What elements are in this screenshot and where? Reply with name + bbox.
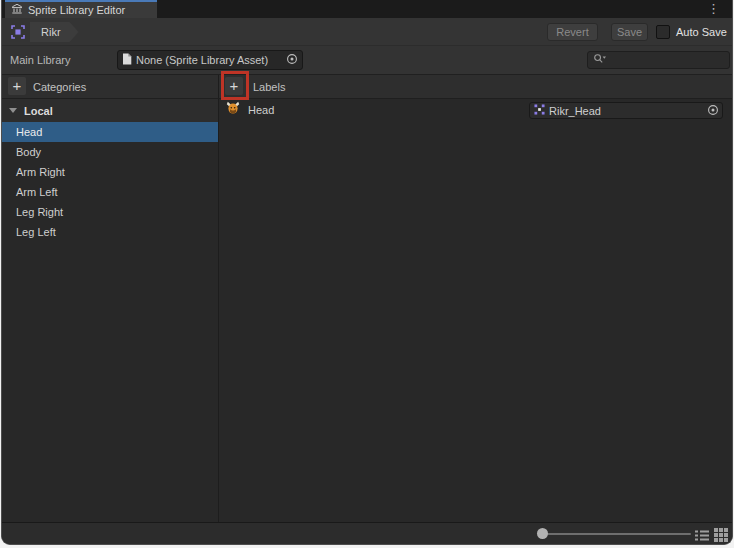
categories-header-section: + Categories <box>2 75 219 98</box>
category-item-arm-left[interactable]: Arm Left <box>2 182 218 202</box>
library-icon <box>11 3 23 17</box>
revert-button[interactable]: Revert <box>547 23 598 41</box>
main-library-object-field[interactable]: None (Sprite Library Asset) <box>117 50 303 70</box>
sprite-library-editor-window: Sprite Library Editor ⋮ Rikr Revert Save… <box>1 0 733 545</box>
main-library-label: Main Library <box>10 54 71 66</box>
footer-bar <box>2 522 732 544</box>
search-field[interactable] <box>587 51 730 69</box>
tab-title: Sprite Library Editor <box>28 4 125 16</box>
add-label-button[interactable]: + <box>225 77 243 95</box>
tab-sprite-library-editor[interactable]: Sprite Library Editor <box>5 0 157 18</box>
auto-save-label: Auto Save <box>676 26 727 38</box>
category-item-head[interactable]: Head <box>2 122 218 142</box>
grid-view-icon[interactable] <box>714 528 728 545</box>
category-item-arm-right[interactable]: Arm Right <box>2 162 218 182</box>
main-library-row: Main Library None (Sprite Library Asset) <box>2 46 732 74</box>
kebab-menu-icon[interactable]: ⋮ <box>707 1 720 17</box>
categories-panel: Local Head Body Arm Right Arm Left Leg R… <box>2 99 219 522</box>
category-item-leg-right[interactable]: Leg Right <box>2 202 218 222</box>
local-foldout-label: Local <box>24 105 53 117</box>
zoom-slider-track[interactable] <box>541 533 691 535</box>
sprite-asset-icon <box>534 104 545 117</box>
auto-save-checkbox[interactable] <box>656 25 670 39</box>
content-area: Local Head Body Arm Right Arm Left Leg R… <box>2 99 732 522</box>
categories-header-label: Categories <box>33 81 86 93</box>
zoom-slider-thumb[interactable] <box>537 528 548 539</box>
search-icon[interactable] <box>593 51 607 69</box>
foldout-triangle-icon <box>9 108 17 113</box>
sprite-library-asset-icon <box>10 24 26 44</box>
list-view-icon[interactable] <box>695 528 709 545</box>
object-picker-icon[interactable] <box>286 53 298 67</box>
labels-header-label: Labels <box>253 81 285 93</box>
sprite-thumbnail-icon <box>225 100 241 120</box>
document-icon <box>122 53 132 67</box>
category-item-body[interactable]: Body <box>2 142 218 162</box>
tab-bar: Sprite Library Editor ⋮ <box>2 0 732 18</box>
labels-header-section: + Labels <box>219 75 732 98</box>
add-category-button[interactable]: + <box>8 77 26 95</box>
breadcrumb[interactable]: Rikr <box>30 22 79 42</box>
search-input[interactable] <box>607 54 733 66</box>
save-button[interactable]: Save <box>611 23 648 41</box>
sprite-field-value: Rikr_Head <box>549 105 703 117</box>
toolbar: Rikr Revert Save Auto Save <box>2 18 732 46</box>
panel-headers: + Categories + Labels <box>2 74 732 99</box>
label-name: Head <box>248 104 274 116</box>
local-foldout[interactable]: Local <box>2 99 218 122</box>
sprite-object-field[interactable]: Rikr_Head <box>529 102 723 119</box>
object-field-value: None (Sprite Library Asset) <box>136 54 282 66</box>
category-item-leg-left[interactable]: Leg Left <box>2 222 218 242</box>
labels-panel: Head Rikr_Head <box>219 99 732 522</box>
object-picker-icon[interactable] <box>707 104 719 118</box>
label-row-head[interactable]: Head Rikr_Head <box>219 99 732 121</box>
